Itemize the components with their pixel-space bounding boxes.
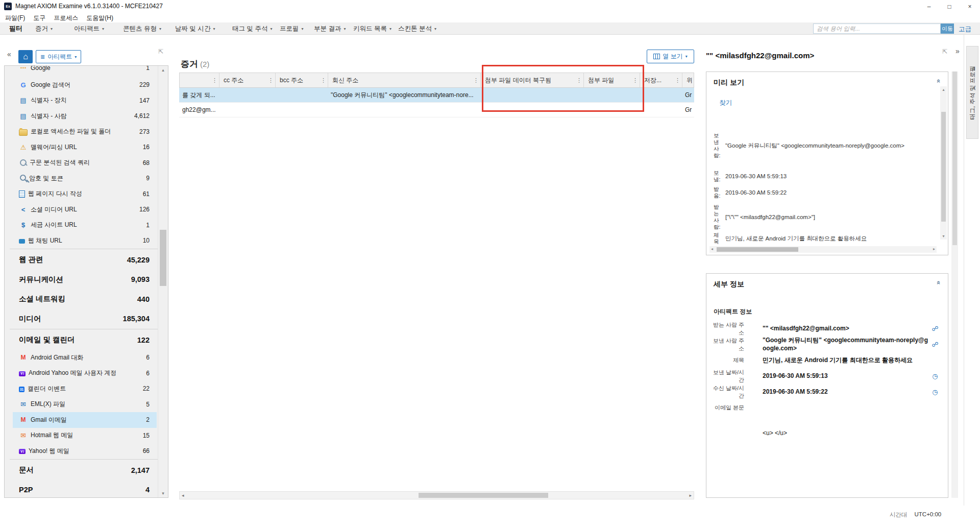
column-header[interactable]: 첨부 파일 ⋮ [584,73,640,87]
column-menu-icon[interactable]: ⋮ [675,77,680,84]
scrollbar-thumb[interactable] [952,71,957,245]
column-header[interactable]: bcc 주소 ⋮ [276,73,328,87]
collapse-panel-icon[interactable]: « [935,79,943,83]
sidebar-row[interactable]: 구문 분석된 검색 쿼리 68 [13,155,157,171]
column-menu-icon[interactable]: ⋮ [632,77,638,84]
home-button[interactable]: ⌂ [18,50,33,63]
right-panel-scrollbar[interactable] [951,71,958,498]
scroll-down-icon[interactable]: ▾ [158,491,168,496]
preview-vertical-scrollbar[interactable]: ▴ ▾ [940,86,947,239]
preview-horizontal-scrollbar[interactable]: ◂ ▸ [709,246,937,253]
sidebar-row[interactable]: 소셜 네트워킹 440 [13,290,157,309]
sidebar-row[interactable]: Google 1 [13,66,157,77]
details-field-icon[interactable] [932,372,938,380]
details-field-icon[interactable] [932,325,938,332]
collapse-panel-icon[interactable]: « [935,281,943,284]
menu-item[interactable]: 프로세스 [50,14,82,22]
sidebar-row[interactable]: 미디어 185,304 [13,309,157,329]
column-view-button[interactable]: 열 보기 ▾ [647,50,694,63]
panel-expand-icon[interactable]: » [955,47,960,55]
sidebar-row[interactable]: Gmail 이메일 2 [13,412,157,428]
sidebar-row[interactable]: 커뮤니케이션 9,093 [13,270,157,290]
sidebar-pin-icon[interactable]: ⇱ [158,48,163,55]
column-header[interactable]: 위 [682,73,695,87]
toolbar-menu[interactable]: 증거 ▾ [35,25,53,33]
table-row[interactable]: gh22@gm... Gr [179,103,694,117]
find-link[interactable]: 찾기 [719,99,732,107]
scrollbar-thumb[interactable] [160,230,166,286]
scrollbar-thumb[interactable] [419,493,548,498]
maximize-button[interactable]: □ [939,0,960,13]
sidebar-row[interactable]: 식별자 - 장치 147 [13,93,157,109]
toolbar-menu[interactable]: 콘텐츠 유형 ▾ [123,25,161,33]
details-field-icon[interactable] [932,388,938,396]
artifact-count: 229 [139,81,150,88]
toolbar-menu[interactable]: 아티팩트 ▾ [74,25,104,33]
sidebar-row[interactable]: 문서 2,147 [13,461,157,481]
sidebar-row[interactable]: 암호 및 토큰 9 [13,171,157,186]
column-menu-icon[interactable]: ⋮ [212,77,217,84]
column-menu-icon[interactable]: ⋮ [473,77,479,84]
column-header[interactable]: ⋮ [180,73,219,87]
search-input[interactable] [813,23,941,34]
scrollbar-thumb[interactable] [717,247,798,252]
panel-pin-icon[interactable]: ⇱ [942,48,947,55]
search-go-button[interactable]: 이동 [941,23,954,34]
sidebar-row[interactable]: Google 검색어 229 [13,77,157,93]
menu-item[interactable]: 도움말(H) [82,14,117,22]
tab-tags-comments-profiles[interactable]: 태그, 주석 및 프로필 [966,46,978,139]
sidebar-row[interactable]: 이메일 및 캘린더 122 [13,330,157,350]
close-button[interactable]: × [960,0,980,13]
chevron-down-icon: ▾ [302,27,304,31]
column-menu-icon[interactable]: ⋮ [268,77,274,84]
toolbar-menu[interactable]: 부분 결과 ▾ [314,25,346,33]
sidebar-row[interactable]: 웹 페이지 다시 작성 61 [13,186,157,202]
sidebar-row[interactable]: EML(X) 파일 5 [13,397,157,413]
sidebar-row[interactable]: 캘린더 이벤트 22 [13,381,157,397]
column-menu-icon[interactable]: ⋮ [576,77,582,84]
sidebar-row[interactable]: Yahoo! 웹 메일 66 [13,443,157,459]
sidebar-row[interactable]: 웹 채팅 URL 10 [13,233,157,249]
sidebar-row[interactable]: 맬웨어/피싱 URL 16 [13,139,157,155]
sidebar-row[interactable]: 식별자 - 사람 4,612 [13,108,157,124]
sidebar-row[interactable]: 소셜 미디어 URL 126 [13,202,157,218]
toolbar-menu[interactable]: 태그 및 주석 ▾ [232,25,272,33]
artifact-view-dropdown[interactable]: ≣ 아티팩트 ▾ [36,50,81,63]
sidebar-scrollbar[interactable]: ▴ ▾ [158,66,168,497]
table-horizontal-scrollbar[interactable]: ◂ ▸ [179,491,694,499]
sidebar-row[interactable]: 웹 관련 45,229 [13,250,157,270]
scroll-up-icon[interactable]: ▴ [940,87,947,92]
column-header[interactable]: 첨부 파일 데이터 복구됨 ⋮ [481,73,584,87]
scroll-right-icon[interactable]: ▸ [689,493,692,498]
scroll-right-icon[interactable]: ▸ [933,247,935,251]
toolbar-menu[interactable]: 키워드 목록 ▾ [353,25,391,33]
sidebar-row[interactable]: Hotmail 웹 메일 15 [13,428,157,444]
column-header[interactable]: 저장... ⋮ [640,73,682,87]
details-field-icon[interactable] [932,341,938,348]
column-header[interactable]: cc 주소 ⋮ [219,73,276,87]
sidebar-row[interactable]: 로컬로 액세스한 파일 및 폴더 273 [13,124,157,140]
scroll-left-icon[interactable]: ◂ [711,247,713,251]
sidebar-row[interactable]: 세금 사이트 URL 1 [13,218,157,233]
artifact-count: 2,147 [131,466,150,474]
sidebar-row[interactable]: Android Yahoo 메일 사용자 계정 6 [13,366,157,381]
toolbar-menu[interactable]: 스킨톤 분석 ▾ [398,25,436,33]
sidebar-row[interactable]: Android Gmail 대화 6 [13,350,157,366]
scrollbar-thumb[interactable] [941,112,946,222]
minimize-button[interactable]: – [919,0,939,13]
sidebar-collapse-icon[interactable]: « [7,50,11,58]
column-header[interactable]: 회신 주소 ⋮ [328,73,481,87]
scroll-down-icon[interactable]: ▾ [940,234,947,238]
filter-label[interactable]: 필터 [9,24,22,33]
artifact-icon [19,205,28,213]
table-row[interactable]: 를 갖게 되... "Google 커뮤니티팀" <googlecommunit… [179,88,694,103]
menu-item[interactable]: 파일(F) [1,14,29,22]
advanced-search-link[interactable]: 고급 [959,25,971,34]
toolbar-menu[interactable]: 프로필 ▾ [280,25,304,33]
sidebar-row[interactable]: P2P 4 [13,480,157,498]
menu-item[interactable]: 도구 [29,14,50,22]
scroll-left-icon[interactable]: ◂ [182,493,184,498]
column-menu-icon[interactable]: ⋮ [321,77,326,84]
scroll-up-icon[interactable]: ▴ [158,67,168,73]
toolbar-menu[interactable]: 날짜 및 시간 ▾ [175,25,215,33]
